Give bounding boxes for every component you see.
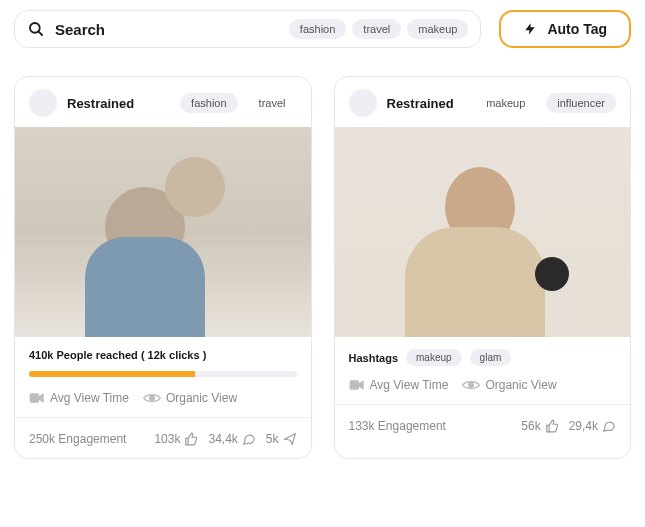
reach-progress (29, 371, 297, 377)
tag-chip[interactable]: travel (248, 93, 297, 113)
shares-count: 5k (266, 432, 279, 446)
search-icon (27, 20, 45, 38)
search-chip[interactable]: fashion (289, 19, 346, 39)
metrics-row: Avg View Time Organic View (15, 381, 311, 411)
hashtag-chip[interactable]: glam (470, 349, 512, 366)
svg-rect-2 (30, 393, 39, 402)
engagement-text: 250k Engagement (29, 432, 144, 446)
thumbs-up-icon (184, 432, 198, 446)
search-bar[interactable]: fashion travel makeup (14, 10, 481, 48)
eye-icon (143, 392, 161, 404)
thumbs-up-icon (545, 419, 559, 433)
stats-row: 250k Engagement 103k 34,4k 5k (15, 424, 311, 458)
metrics-row: Avg View Time Organic View (335, 372, 631, 398)
hashtags-label: Hashtags (349, 352, 399, 364)
card-header: Restrained fashion travel (15, 77, 311, 127)
username[interactable]: Restrained (67, 96, 170, 111)
auto-tag-label: Auto Tag (547, 21, 607, 37)
engagement-text: 133k Engagement (349, 419, 512, 433)
svg-line-1 (38, 31, 42, 35)
share-icon (283, 432, 297, 446)
avg-view-label: Avg View Time (370, 378, 449, 392)
search-chip[interactable]: travel (352, 19, 401, 39)
video-icon (29, 392, 45, 404)
hashtags-row: Hashtags makeup glam (335, 337, 631, 372)
likes-count: 103k (154, 432, 180, 446)
hashtag-chip[interactable]: makeup (406, 349, 462, 366)
comments-stat[interactable]: 29,4k (569, 419, 616, 433)
avatar[interactable] (349, 89, 377, 117)
search-chip[interactable]: makeup (407, 19, 468, 39)
comments-count: 29,4k (569, 419, 598, 433)
svg-rect-4 (349, 380, 358, 389)
content-card: Restrained makeup influencer Hashtags ma… (334, 76, 632, 459)
likes-count: 56k (521, 419, 540, 433)
lightning-icon (523, 20, 537, 38)
tag-chip[interactable]: makeup (475, 93, 536, 113)
card-header: Restrained makeup influencer (335, 77, 631, 127)
auto-tag-button[interactable]: Auto Tag (499, 10, 631, 48)
content-card: Restrained fashion travel 410k People re… (14, 76, 312, 459)
likes-stat[interactable]: 103k (154, 432, 198, 446)
search-chips: fashion travel makeup (289, 19, 469, 39)
shares-stat[interactable]: 5k (266, 432, 297, 446)
eye-icon (462, 379, 480, 391)
organic-view-label: Organic View (166, 391, 237, 405)
divider (15, 417, 311, 418)
avg-view-label: Avg View Time (50, 391, 129, 405)
comment-icon (242, 432, 256, 446)
reach-text: 410k People reached ( 12k clicks ) (15, 337, 311, 363)
comments-count: 34,4k (208, 432, 237, 446)
svg-point-5 (469, 383, 474, 388)
search-input[interactable] (55, 21, 279, 38)
avatar[interactable] (29, 89, 57, 117)
svg-point-3 (150, 396, 155, 401)
username[interactable]: Restrained (387, 96, 466, 111)
organic-view-label: Organic View (485, 378, 556, 392)
likes-stat[interactable]: 56k (521, 419, 558, 433)
divider (335, 404, 631, 405)
comments-stat[interactable]: 34,4k (208, 432, 255, 446)
post-image[interactable] (335, 127, 631, 337)
comment-icon (602, 419, 616, 433)
post-image[interactable] (15, 127, 311, 337)
tag-chip[interactable]: influencer (546, 93, 616, 113)
tag-chip[interactable]: fashion (180, 93, 237, 113)
stats-row: 133k Engagement 56k 29,4k (335, 411, 631, 445)
video-icon (349, 379, 365, 391)
